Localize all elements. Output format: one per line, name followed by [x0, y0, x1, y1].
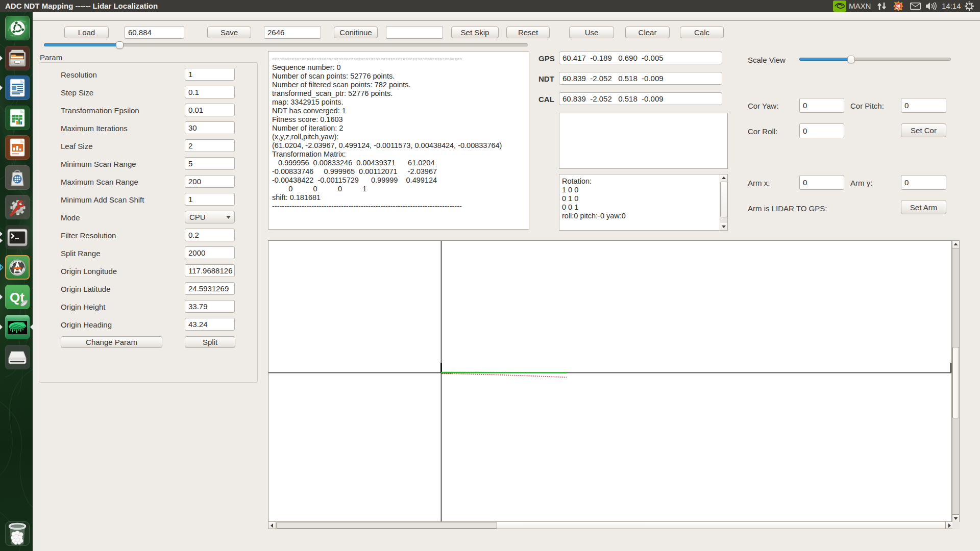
- svg-text:拼: 拼: [896, 4, 901, 9]
